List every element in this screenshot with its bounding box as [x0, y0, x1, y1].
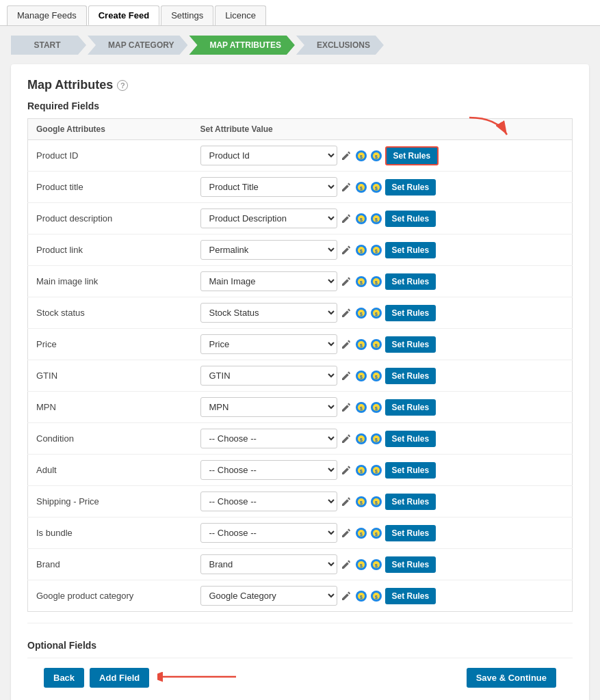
attribute-select[interactable]: Price — [200, 334, 337, 354]
set-rules-button[interactable]: Set Rules — [385, 494, 436, 510]
coin-icon-2[interactable]: $ — [370, 213, 382, 225]
help-icon[interactable]: ? — [117, 80, 128, 91]
set-rules-button[interactable]: Set Rules — [385, 431, 436, 447]
coin-icon-2[interactable]: $ — [370, 275, 382, 288]
edit-icon[interactable] — [340, 150, 352, 162]
set-rules-button[interactable]: Set Rules — [385, 462, 436, 479]
coin-icon-2[interactable]: $ — [370, 307, 382, 319]
coin-icon-2[interactable]: $ — [370, 370, 382, 382]
svg-text:$: $ — [375, 563, 378, 569]
set-rules-button[interactable]: Set Rules — [385, 588, 436, 604]
tab-manage-feeds[interactable]: Manage Feeds — [7, 5, 87, 25]
step-start[interactable]: START — [11, 36, 86, 55]
coin-icon-1[interactable]: $ — [355, 558, 367, 571]
coin-icon-2[interactable]: $ — [370, 527, 382, 539]
add-field-button[interactable]: Add Field — [90, 668, 149, 688]
step-map-category[interactable]: MAP CATEGORY — [88, 36, 187, 55]
edit-icon[interactable] — [340, 275, 352, 288]
edit-icon[interactable] — [340, 464, 352, 476]
coin-icon-1[interactable]: $ — [355, 370, 367, 382]
coin-icon-2[interactable]: $ — [370, 338, 382, 351]
tab-licence[interactable]: Licence — [215, 5, 266, 25]
required-fields-title: Required Fields — [27, 100, 573, 111]
coin-icon-2[interactable]: $ — [370, 401, 382, 414]
tab-settings[interactable]: Settings — [161, 5, 213, 25]
svg-text:$: $ — [360, 532, 363, 537]
set-rules-button[interactable]: Set Rules — [385, 399, 436, 416]
set-rules-button[interactable]: Set Rules — [385, 211, 436, 227]
attribute-select[interactable]: -- Choose -- — [200, 429, 337, 448]
attribute-select[interactable]: Product Description — [200, 208, 337, 228]
set-rules-button[interactable]: Set Rules — [385, 146, 439, 165]
edit-icon[interactable] — [340, 590, 352, 602]
attribute-select[interactable]: Permalink — [200, 240, 337, 260]
attribute-select[interactable]: Brand — [200, 554, 337, 574]
attributes-table: Google Attributes Set Attribute Value Pr… — [27, 118, 573, 612]
save-continue-button[interactable]: Save & Continue — [467, 668, 556, 688]
set-rules-button[interactable]: Set Rules — [385, 525, 436, 541]
coin-icon-2[interactable]: $ — [370, 496, 382, 508]
set-rules-button[interactable]: Set Rules — [385, 242, 436, 258]
edit-icon[interactable] — [340, 213, 352, 225]
back-button[interactable]: Back — [44, 668, 84, 688]
attribute-select[interactable]: -- Choose -- — [200, 523, 337, 543]
coin-icon-1[interactable]: $ — [355, 213, 367, 225]
set-rules-button[interactable]: Set Rules — [385, 179, 436, 196]
coin-icon-1[interactable]: $ — [355, 244, 367, 256]
coin-icon-2[interactable]: $ — [370, 244, 382, 256]
bottom-bar: Back Add Field Save & Continue — [27, 658, 573, 697]
step-map-attributes[interactable]: MAP ATTRIBUTES — [189, 36, 294, 55]
table-row: Main image linkMain Image $ $ Set Rules — [28, 266, 573, 297]
coin-icon-2[interactable]: $ — [370, 558, 382, 571]
coin-icon-1[interactable]: $ — [355, 150, 367, 162]
coin-icon-1[interactable]: $ — [355, 401, 367, 414]
edit-icon[interactable] — [340, 244, 352, 256]
col-header-google-attr: Google Attributes — [28, 119, 192, 140]
attribute-select[interactable]: Google Category — [200, 586, 337, 606]
coin-icon-2[interactable]: $ — [370, 464, 382, 476]
set-rules-button[interactable]: Set Rules — [385, 336, 436, 353]
attribute-select[interactable]: GTIN — [200, 366, 337, 386]
coin-icon-2[interactable]: $ — [370, 590, 382, 602]
edit-icon[interactable] — [340, 433, 352, 445]
coin-icon-2[interactable]: $ — [370, 181, 382, 193]
table-row: Product descriptionProduct Description $… — [28, 203, 573, 234]
edit-icon[interactable] — [340, 527, 352, 539]
step-exclusions[interactable]: EXCLUSIONS — [296, 36, 384, 55]
edit-icon[interactable] — [340, 401, 352, 414]
attribute-select[interactable]: Product Title — [200, 177, 337, 197]
svg-text:$: $ — [375, 186, 378, 191]
set-rules-button[interactable]: Set Rules — [385, 368, 436, 384]
coin-icon-2[interactable]: $ — [370, 150, 382, 162]
tab-create-feed[interactable]: Create Feed — [88, 5, 159, 25]
set-rules-button[interactable]: Set Rules — [385, 305, 436, 321]
set-rules-button[interactable]: Set Rules — [385, 556, 436, 573]
coin-icon-2[interactable]: $ — [370, 433, 382, 445]
coin-icon-1[interactable]: $ — [355, 181, 367, 193]
edit-icon[interactable] — [340, 370, 352, 382]
edit-icon[interactable] — [340, 338, 352, 351]
set-rules-button[interactable]: Set Rules — [385, 273, 436, 290]
coin-icon-1[interactable]: $ — [355, 338, 367, 351]
coin-icon-1[interactable]: $ — [355, 527, 367, 539]
table-row: Is bundle-- Choose -- $ $ Set Rules — [28, 517, 573, 549]
coin-icon-1[interactable]: $ — [355, 464, 367, 476]
attribute-select[interactable]: Stock Status — [200, 303, 337, 323]
google-attr-cell: Shipping - Price — [28, 486, 192, 517]
set-value-cell: MPN $ $ Set Rules — [192, 392, 573, 423]
coin-icon-1[interactable]: $ — [355, 433, 367, 445]
edit-icon[interactable] — [340, 181, 352, 193]
edit-icon[interactable] — [340, 307, 352, 319]
coin-icon-1[interactable]: $ — [355, 590, 367, 602]
edit-icon[interactable] — [340, 496, 352, 508]
attribute-select[interactable]: Product Id — [200, 146, 337, 165]
table-row: Adult-- Choose -- $ $ Set Rules — [28, 455, 573, 486]
attribute-select[interactable]: -- Choose -- — [200, 460, 337, 480]
coin-icon-1[interactable]: $ — [355, 496, 367, 508]
attribute-select[interactable]: -- Choose -- — [200, 492, 337, 511]
coin-icon-1[interactable]: $ — [355, 275, 367, 288]
edit-icon[interactable] — [340, 558, 352, 571]
attribute-select[interactable]: MPN — [200, 397, 337, 417]
attribute-select[interactable]: Main Image — [200, 271, 337, 291]
coin-icon-1[interactable]: $ — [355, 307, 367, 319]
